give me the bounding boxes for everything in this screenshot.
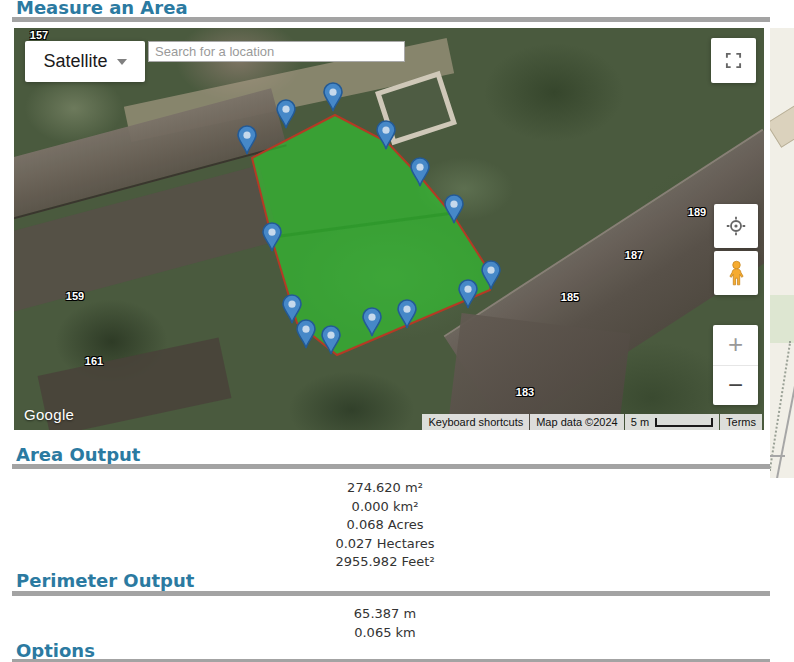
vertex-pin[interactable] — [321, 325, 341, 355]
fullscreen-button[interactable] — [711, 38, 756, 83]
vertex-pin[interactable] — [282, 294, 302, 324]
divider — [12, 591, 770, 596]
perimeter-value-m: 65.387 m — [0, 605, 770, 624]
terms-link[interactable]: Terms — [720, 414, 762, 430]
my-location-button[interactable] — [714, 204, 758, 248]
house-number-label: 189 — [688, 206, 706, 218]
divider — [12, 17, 770, 22]
vertex-pin[interactable] — [397, 299, 417, 329]
vertex-pin[interactable] — [458, 279, 478, 309]
area-value-hectares: 0.027 Hectares — [0, 535, 770, 554]
chevron-down-icon — [117, 59, 127, 65]
vertex-pin[interactable] — [262, 222, 282, 252]
zoom-out-button[interactable]: − — [713, 365, 758, 406]
map-type-selector[interactable]: Satellite — [25, 41, 145, 82]
roadmap-building — [770, 105, 794, 148]
area-output-values: 274.620 m² 0.000 km² 0.068 Acres 0.027 H… — [0, 479, 770, 572]
house-number-label: 185 — [561, 291, 579, 303]
house-number-label: 187 — [625, 249, 643, 261]
roadmap-strip — [770, 28, 794, 478]
map-data-text: Map data ©2024 — [530, 414, 624, 430]
pegman-icon — [728, 260, 745, 287]
vertex-pin[interactable] — [362, 307, 382, 337]
scale-label: 5 m — [631, 416, 649, 428]
vertex-pin[interactable] — [276, 99, 296, 129]
area-value-m2: 274.620 m² — [0, 479, 770, 498]
map-attribution-bar: Keyboard shortcuts Map data ©2024 5 m Te… — [421, 414, 762, 430]
satellite-map[interactable]: 157 159 161 183 185 187 189 Satellite + … — [14, 28, 764, 430]
vertex-pin[interactable] — [444, 194, 464, 224]
vertex-pin[interactable] — [481, 260, 501, 290]
divider — [12, 464, 770, 469]
house-number-label: 161 — [85, 355, 103, 367]
roadmap-road — [770, 455, 785, 457]
zoom-control: + − — [713, 325, 758, 405]
map-type-label: Satellite — [43, 51, 107, 72]
page-title: Measure an Area — [16, 0, 188, 18]
fullscreen-icon — [725, 52, 742, 69]
perimeter-value-km: 0.065 km — [0, 624, 770, 643]
options-heading: Options — [16, 640, 95, 661]
vertex-pin[interactable] — [323, 82, 343, 112]
house-number-label: 183 — [516, 386, 534, 398]
area-value-km2: 0.000 km² — [0, 498, 770, 517]
vertex-pin[interactable] — [376, 120, 396, 150]
pegman-button[interactable] — [714, 251, 758, 295]
my-location-icon — [726, 216, 746, 236]
area-output-heading: Area Output — [16, 444, 140, 465]
keyboard-shortcuts-link[interactable]: Keyboard shortcuts — [422, 414, 529, 430]
area-value-feet2: 2955.982 Feet² — [0, 553, 770, 572]
area-value-acres: 0.068 Acres — [0, 516, 770, 535]
roadmap-green-area — [770, 295, 794, 343]
google-logo[interactable]: Google — [24, 406, 74, 423]
house-number-label: 159 — [66, 290, 84, 302]
vertex-pin[interactable] — [410, 157, 430, 187]
measured-area-polygon[interactable] — [14, 28, 764, 430]
perimeter-output-heading: Perimeter Output — [16, 570, 194, 591]
scale-bar — [655, 418, 713, 427]
zoom-in-button[interactable]: + — [713, 325, 758, 365]
perimeter-output-values: 65.387 m 0.065 km — [0, 605, 770, 642]
location-search-input[interactable] — [148, 41, 405, 62]
vertex-pin[interactable] — [237, 125, 257, 155]
house-number-label: 157 — [30, 29, 48, 41]
scale-control: 5 m — [625, 414, 719, 430]
